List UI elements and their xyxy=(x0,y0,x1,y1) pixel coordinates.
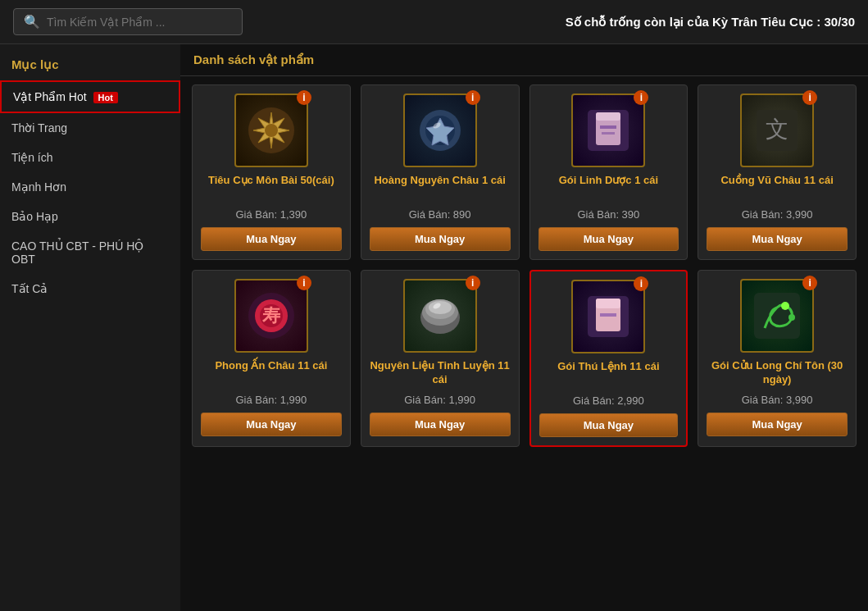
item-name-item-3: Gói Linh Dược 1 cái xyxy=(559,174,658,202)
item-name-item-4: Cuồng Vũ Châu 11 cái xyxy=(720,174,833,202)
svg-point-27 xyxy=(788,314,795,321)
item-name-item-8: Gói Cửu Long Chí Tôn (30 ngày) xyxy=(707,359,848,387)
info-badge-item-8[interactable]: i xyxy=(802,276,817,290)
buy-button-item-6[interactable]: Mua Ngay xyxy=(370,413,511,436)
item-image-item-1 xyxy=(234,93,308,167)
sidebar-item-tien-ich[interactable]: Tiện ích xyxy=(0,143,180,172)
item-price-item-3: Giá Bán: 390 xyxy=(577,208,639,221)
svg-text:寿: 寿 xyxy=(261,305,281,326)
item-image-item-3 xyxy=(571,93,645,167)
item-image-wrapper: i xyxy=(740,279,814,353)
svg-text:文: 文 xyxy=(766,116,788,142)
item-card-item-2: iHoàng Nguyên Châu 1 cáiGiá Bán: 890Mua … xyxy=(361,84,520,260)
svg-point-1 xyxy=(265,124,278,137)
item-image-item-4: 文 xyxy=(740,93,814,167)
item-image-item-5: 寿 xyxy=(234,279,308,353)
info-badge-item-5[interactable]: i xyxy=(297,276,311,290)
sidebar-items: Vật Phẩm HotHotThời TrangTiện íchMạnh Hơ… xyxy=(0,80,180,303)
buy-button-item-1[interactable]: Mua Ngay xyxy=(201,227,342,251)
sidebar-item-bao-hap[interactable]: Bảo Hạp xyxy=(0,202,180,231)
item-price-item-6: Giá Bán: 1,990 xyxy=(404,394,475,406)
items-grid: iTiêu Cục Môn Bài 50(cái)Giá Bán: 1,390M… xyxy=(180,76,868,611)
item-name-item-7: Gói Thú Lệnh 11 cái xyxy=(557,360,659,388)
item-price-item-4: Giá Bán: 3,990 xyxy=(742,208,813,221)
buy-button-item-2[interactable]: Mua Ngay xyxy=(370,227,511,251)
item-name-item-2: Hoàng Nguyên Châu 1 cái xyxy=(374,174,505,202)
search-box[interactable]: 🔍 xyxy=(13,8,243,35)
item-image-wrapper: i xyxy=(403,93,477,167)
main-content: Mục lục Vật Phẩm HotHotThời TrangTiện íc… xyxy=(0,44,868,611)
item-image-item-7 xyxy=(571,280,645,353)
svg-point-19 xyxy=(429,301,452,314)
item-card-item-8: iGói Cửu Long Chí Tôn (30 ngày)Giá Bán: … xyxy=(698,270,857,447)
item-image-item-8 xyxy=(740,279,814,353)
item-image-wrapper: i xyxy=(571,280,645,353)
info-badge-item-2[interactable]: i xyxy=(466,90,480,105)
item-name-item-6: Nguyên Liệu Tinh Luyện 11 cái xyxy=(370,359,511,387)
svg-rect-23 xyxy=(596,299,620,308)
item-price-item-2: Giá Bán: 890 xyxy=(409,208,471,221)
item-price-item-5: Giá Bán: 1,990 xyxy=(236,394,307,406)
sidebar-item-tat-ca[interactable]: Tất Cả xyxy=(0,274,180,303)
item-card-item-7: iGói Thú Lệnh 11 cáiGiá Bán: 2,990Mua Ng… xyxy=(529,270,688,447)
info-badge-item-4[interactable]: i xyxy=(802,90,817,105)
info-badge-item-7[interactable]: i xyxy=(634,276,648,291)
item-card-item-1: iTiêu Cục Môn Bài 50(cái)Giá Bán: 1,390M… xyxy=(192,84,351,260)
sidebar-item-vat-pham-hot[interactable]: Vật Phẩm HotHot xyxy=(0,80,180,113)
item-image-wrapper: 文i xyxy=(740,93,814,167)
sidebar-item-thoi-trang[interactable]: Thời Trang xyxy=(0,113,180,143)
right-panel: Danh sách vật phẩm iTiêu Cục Môn Bài 50(… xyxy=(180,44,868,611)
item-price-item-7: Giá Bán: 2,990 xyxy=(573,394,644,407)
item-price-item-1: Giá Bán: 1,390 xyxy=(236,208,307,221)
buy-button-item-3[interactable]: Mua Ngay xyxy=(539,227,679,251)
item-card-item-6: iNguyên Liệu Tinh Luyện 11 cáiGiá Bán: 1… xyxy=(361,270,520,447)
item-name-item-1: Tiêu Cục Môn Bài 50(cái) xyxy=(208,174,334,202)
sidebar-item-cao-thu[interactable]: CAO THỦ CBT - PHÚ HỘ OBT xyxy=(0,231,180,274)
buy-button-item-4[interactable]: Mua Ngay xyxy=(707,227,848,251)
buy-button-item-5[interactable]: Mua Ngay xyxy=(201,413,342,436)
header-status: Số chỗ trống còn lại của Kỳ Trân Tiêu Cụ… xyxy=(566,15,855,30)
info-badge-item-1[interactable]: i xyxy=(297,90,311,105)
svg-point-26 xyxy=(781,302,789,310)
hot-badge: Hot xyxy=(93,92,118,103)
item-image-wrapper: i xyxy=(403,279,477,353)
sidebar: Mục lục Vật Phẩm HotHotThời TrangTiện íc… xyxy=(0,44,180,611)
svg-rect-9 xyxy=(602,132,615,135)
item-image-wrapper: i xyxy=(234,93,308,167)
sidebar-item-manh-hon[interactable]: Mạnh Hơn xyxy=(0,172,180,202)
search-input[interactable] xyxy=(47,16,232,29)
header: 🔍 Số chỗ trống còn lại của Kỳ Trân Tiêu … xyxy=(0,0,868,44)
svg-rect-24 xyxy=(600,313,616,317)
item-price-item-8: Giá Bán: 3,990 xyxy=(742,394,813,406)
buy-button-item-8[interactable]: Mua Ngay xyxy=(707,413,848,436)
svg-rect-7 xyxy=(596,112,620,121)
item-image-item-2 xyxy=(403,93,477,167)
item-image-item-6 xyxy=(403,279,477,353)
info-badge-item-3[interactable]: i xyxy=(634,90,648,105)
buy-button-item-7[interactable]: Mua Ngay xyxy=(539,413,679,437)
info-badge-item-6[interactable]: i xyxy=(466,276,480,290)
svg-rect-8 xyxy=(600,125,616,129)
item-image-wrapper: 寿i xyxy=(234,279,308,353)
search-icon: 🔍 xyxy=(24,14,40,30)
app-container: 🔍 Số chỗ trống còn lại của Kỳ Trân Tiêu … xyxy=(0,0,868,611)
sidebar-title: Mục lục xyxy=(0,52,180,80)
item-card-item-4: 文iCuồng Vũ Châu 11 cáiGiá Bán: 3,990Mua … xyxy=(698,84,857,260)
panel-title: Danh sách vật phẩm xyxy=(180,44,868,76)
item-image-wrapper: i xyxy=(571,93,645,167)
item-card-item-5: 寿iPhong Ấn Châu 11 cáiGiá Bán: 1,990Mua … xyxy=(192,270,351,447)
item-name-item-5: Phong Ấn Châu 11 cái xyxy=(215,359,327,387)
item-card-item-3: iGói Linh Dược 1 cáiGiá Bán: 390Mua Ngay xyxy=(529,84,688,260)
